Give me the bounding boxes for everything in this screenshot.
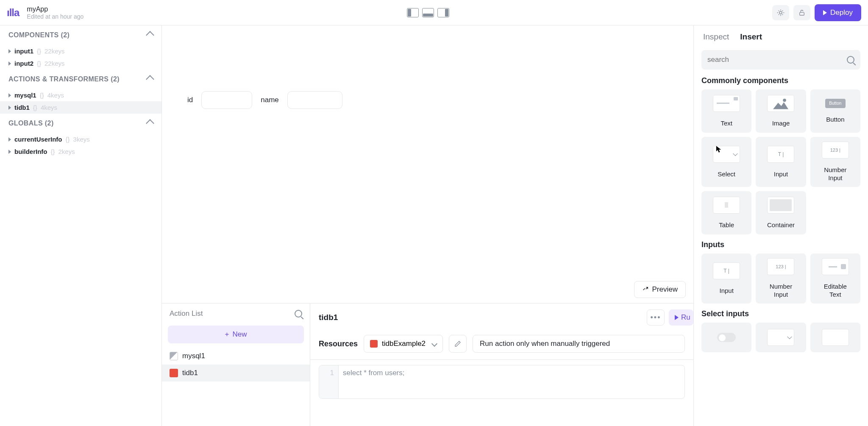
action-item-tidb1[interactable]: tidb1 <box>162 365 310 381</box>
component-image[interactable]: Image <box>756 89 806 133</box>
svg-point-3 <box>783 98 787 102</box>
canvas[interactable]: id name Preview <box>162 25 693 303</box>
component-label: Text <box>721 120 732 128</box>
main-area: COMPONENTS (2) input1 {} 22keys input2 {… <box>0 25 868 426</box>
item-name: tidb1 <box>14 104 30 111</box>
component-label: Input <box>774 170 788 178</box>
resource-selected-value: tidbExample2 <box>382 340 426 348</box>
action-list-header: Action List <box>162 303 310 324</box>
component-label: Table <box>719 221 734 229</box>
deploy-button[interactable]: Deploy <box>815 4 861 21</box>
caret-right-icon <box>8 150 11 154</box>
section-header-actions[interactable]: ACTIONS & TRANSFORMERS (2) <box>8 75 153 83</box>
section-globals: GLOBALS (2) <box>0 114 161 133</box>
sql-editor[interactable]: 1 select * from users; <box>319 365 685 399</box>
action-list-title: Action List <box>170 309 203 318</box>
number-input-preview-icon <box>822 142 849 159</box>
tree-item-input1[interactable]: input1 {} 22keys <box>0 45 161 57</box>
component-switch[interactable] <box>701 323 751 352</box>
input-name[interactable] <box>287 91 342 109</box>
new-action-button[interactable]: + New <box>168 326 304 343</box>
panel-right-toggle[interactable] <box>437 8 449 17</box>
text-preview-icon <box>713 95 740 112</box>
component-label: Select <box>718 170 735 178</box>
braces-icon: {} <box>33 104 37 111</box>
section-title: Commonly components <box>701 76 860 85</box>
section-components: COMPONENTS (2) <box>0 25 161 45</box>
tab-inspect[interactable]: Inspect <box>703 32 729 43</box>
braces-icon: {} <box>37 60 41 67</box>
chevron-up-icon <box>146 31 154 39</box>
action-item-name: mysql1 <box>182 352 205 360</box>
number-input-preview-icon <box>767 258 794 275</box>
item-name: input2 <box>14 60 33 67</box>
resource-row: Resources tidbExample2 Run action only w… <box>310 331 693 360</box>
action-name[interactable]: tidb1 <box>319 313 338 322</box>
trigger-mode-value: Run action only when manually triggered <box>480 340 610 348</box>
section-header-components[interactable]: COMPONENTS (2) <box>8 31 153 39</box>
chevron-up-icon <box>146 75 154 84</box>
tree-item-builderinfo[interactable]: builderInfo {} 2keys <box>0 145 161 158</box>
tree-item-tidb1[interactable]: tidb1 {} 4keys <box>0 101 161 114</box>
input-preview-icon <box>767 146 794 163</box>
chevron-down-icon <box>431 341 437 347</box>
run-button[interactable]: Ru <box>669 309 693 326</box>
component-editable-text[interactable]: Editable Text <box>810 253 860 303</box>
action-list-panel: Action List + New mysql1 tidb1 <box>162 303 310 426</box>
component-label: Input <box>719 287 733 295</box>
preview-button[interactable]: Preview <box>634 281 686 298</box>
app-info: myApp Edited at an hour ago <box>27 6 83 20</box>
item-meta: 4keys <box>41 104 57 111</box>
tab-insert[interactable]: Insert <box>740 32 762 43</box>
button-preview-icon: Button <box>825 99 846 108</box>
search-icon[interactable] <box>295 310 302 317</box>
edit-resource-button[interactable] <box>449 335 467 353</box>
right-panel: Inspect Insert Commonly components Text … <box>693 25 868 426</box>
right-tabs: Inspect Insert <box>694 25 868 47</box>
tree-item-input2[interactable]: input2 {} 22keys <box>0 57 161 70</box>
caret-right-icon <box>8 61 11 66</box>
component-grid-common: Text Image Button Button Select <box>701 89 860 234</box>
section-title: COMPONENTS (2) <box>8 31 70 39</box>
panel-left-toggle[interactable] <box>407 8 419 17</box>
table-preview-icon <box>713 197 740 214</box>
debug-icon[interactable] <box>772 5 789 20</box>
component-search[interactable] <box>701 50 860 70</box>
select-preview-icon <box>713 146 740 163</box>
component-select-2[interactable] <box>756 323 806 352</box>
component-table[interactable]: Table <box>701 191 751 234</box>
logo[interactable]: ılla <box>7 7 19 19</box>
item-name: builderInfo <box>14 148 47 155</box>
braces-icon: {} <box>37 47 41 55</box>
input-id[interactable] <box>201 91 252 109</box>
component-number-input[interactable]: Number Input <box>810 137 860 187</box>
component-input[interactable]: Input <box>756 137 806 187</box>
resources-label: Resources <box>319 340 358 348</box>
trigger-mode-select[interactable]: Run action only when manually triggered <box>473 335 685 353</box>
resource-select[interactable]: tidbExample2 <box>364 335 443 353</box>
component-container[interactable]: Container <box>756 191 806 234</box>
component-text[interactable]: Text <box>701 89 751 133</box>
section-header-globals[interactable]: GLOBALS (2) <box>8 120 153 127</box>
action-item-name: tidb1 <box>182 369 198 377</box>
canvas-form-row: id name <box>187 91 342 109</box>
component-input-2[interactable]: Input <box>701 253 751 303</box>
component-number-input-2[interactable]: Number Input <box>756 253 806 303</box>
tree-item-currentuserinfo[interactable]: currentUserInfo {} 3keys <box>0 133 161 145</box>
more-button[interactable]: ••• <box>647 309 665 326</box>
list-preview-icon <box>822 329 849 346</box>
lock-icon[interactable] <box>793 5 810 20</box>
panel-bottom-toggle[interactable] <box>422 8 434 17</box>
action-item-mysql1[interactable]: mysql1 <box>162 348 310 365</box>
tree-item-mysql1[interactable]: mysql1 {} 4keys <box>0 89 161 101</box>
item-name: mysql1 <box>14 92 36 99</box>
component-list[interactable] <box>810 323 860 352</box>
component-label: Button <box>826 116 844 124</box>
component-select[interactable]: Select <box>701 137 751 187</box>
sql-text[interactable]: select * from users; <box>339 365 409 398</box>
top-right-actions: Deploy <box>772 4 861 21</box>
svg-rect-1 <box>800 12 804 15</box>
component-button[interactable]: Button Button <box>810 89 860 133</box>
component-grid-selects <box>701 323 860 352</box>
search-input[interactable] <box>707 56 847 64</box>
